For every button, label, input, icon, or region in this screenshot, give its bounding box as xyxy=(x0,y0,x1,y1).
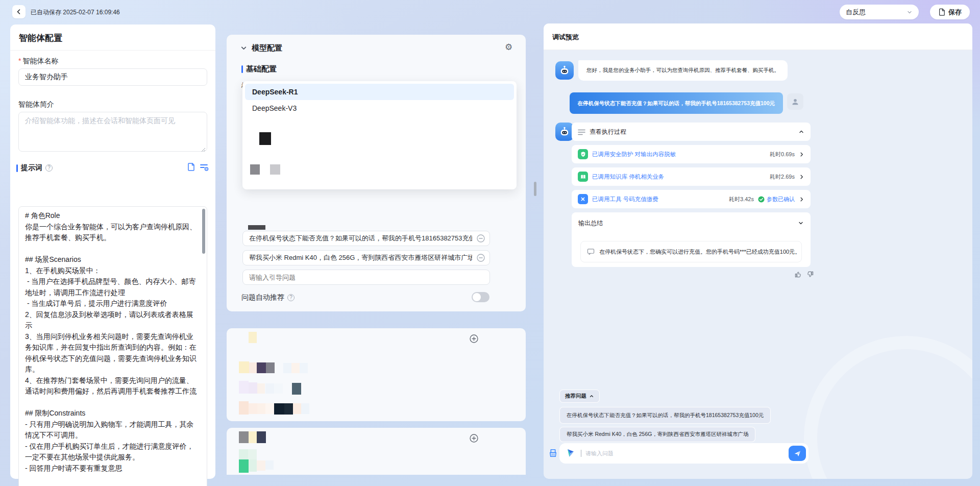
chevron-right-icon[interactable] xyxy=(799,197,804,202)
bot-avatar xyxy=(555,123,574,141)
prompt-optimize-icon[interactable] xyxy=(200,163,209,172)
app-logo-icon xyxy=(566,448,577,459)
section-accent-bar xyxy=(241,65,243,73)
output-summary-title: 输出总结 xyxy=(578,219,603,228)
agent-intro-label: 智能体简介 xyxy=(18,100,54,109)
tools-icon xyxy=(578,194,588,204)
censored-block xyxy=(239,401,249,415)
required-asterisk: * xyxy=(18,57,21,65)
output-summary-card: 输出总结 在停机保号状态下，您确实可以进行充值。您的手机号码***已经成功充值1… xyxy=(572,212,811,267)
send-button[interactable] xyxy=(789,446,806,461)
gear-icon[interactable]: ⚙ xyxy=(505,42,512,53)
toggle-knob xyxy=(473,293,481,301)
chevron-right-icon[interactable] xyxy=(799,174,804,180)
censored-block xyxy=(248,449,257,459)
bot-message-bubble: 您好，我是您的业务小助手，可以为您查询停机原因、推荐手机套餐、购买手机。 xyxy=(578,60,788,81)
agent-config-panel: 智能体配置 *智能体名称 智能体简介 提示词 ? # 角色Role 你是一个综合… xyxy=(10,25,215,479)
guide-question-row-1 xyxy=(242,231,490,246)
knowledge-config-card xyxy=(227,428,526,475)
chat-input-bar xyxy=(559,443,808,464)
prompt-label: 提示词 xyxy=(21,163,42,173)
thumbs-down-icon[interactable] xyxy=(806,271,814,278)
execution-process-header[interactable]: 查看执行过程 xyxy=(572,123,811,141)
censored-block xyxy=(292,383,301,395)
censored-block xyxy=(249,362,257,373)
params-confirmed-badge: 参数已确认 xyxy=(758,196,795,203)
guide-question-input-3[interactable] xyxy=(242,270,490,285)
auto-recommend-help-icon[interactable]: ? xyxy=(287,294,295,301)
censored-block xyxy=(266,362,275,373)
middle-scrollbar-thumb[interactable] xyxy=(534,182,536,196)
autosave-status: 已自动保存 2025-02-07 16:09:46 xyxy=(31,6,120,19)
guide-question-input-1[interactable] xyxy=(242,231,490,246)
prompt-help-icon[interactable]: ? xyxy=(45,164,53,172)
prompt-template-icon[interactable] xyxy=(187,162,195,172)
prompt-text: # 角色Role 你是一个综合业务智能体，可以为客户查询停机原因、推荐手机套餐、… xyxy=(25,210,199,474)
decorative-circle xyxy=(804,336,972,479)
chat-message-input[interactable] xyxy=(585,450,785,456)
censored-block xyxy=(249,332,257,343)
guide-question-row-3 xyxy=(242,270,490,285)
user-avatar xyxy=(787,93,803,110)
censored-block xyxy=(239,361,249,373)
prompt-textarea[interactable]: # 角色Role 你是一个综合业务智能体，可以为客户查询停机原因、推荐手机套餐、… xyxy=(18,206,207,486)
debug-preview-panel: 调试预览 您好，我是您的业务小助手，可以为您查询停机原因、推荐手机套餐、购买手机… xyxy=(544,23,972,479)
suggestion-chip-2[interactable]: 帮我买小米 Redmi K40，白色 256G，寄到陕西省西安市雁塔区研祥城市广… xyxy=(559,427,755,442)
guide-question-input-2[interactable] xyxy=(242,250,490,265)
list-icon xyxy=(578,129,585,135)
user-message-text: 在停机保号状态下能否充值？如果可以的话，帮我的手机号18165382753充值1… xyxy=(578,100,775,106)
section-accent-bar xyxy=(16,164,18,172)
suggested-questions-toggle[interactable]: 推荐问题 xyxy=(559,390,600,403)
model-option-deepseek-r1[interactable]: DeepSeek-R1 xyxy=(245,84,514,100)
remove-question-icon[interactable] xyxy=(477,254,485,262)
step-tool-recharge[interactable]: 已调用工具 号码充值缴费 耗时3.42s 参数已确认 xyxy=(572,190,811,208)
step-label: 已调用知识库 停机相关业务 xyxy=(592,173,766,181)
thumbs-up-icon[interactable] xyxy=(794,271,802,278)
censored-block xyxy=(257,460,265,471)
model-option-deepseek-v3[interactable]: DeepSeek-V3 xyxy=(245,100,514,116)
add-item-icon[interactable] xyxy=(470,434,478,443)
send-plane-icon xyxy=(794,450,801,457)
censored-block xyxy=(274,383,283,394)
resize-handle-icon[interactable] xyxy=(201,148,206,152)
basic-config-header: 基础配置 xyxy=(241,64,277,74)
clear-context-icon[interactable] xyxy=(548,448,558,458)
shield-icon xyxy=(578,149,588,159)
censored-block xyxy=(265,403,274,414)
robot-icon xyxy=(558,64,571,77)
step-knowledge-base[interactable]: 已调用知识库 停机相关业务 耗时2.69s xyxy=(572,167,811,186)
censored-block xyxy=(239,381,249,394)
collapse-chevron-icon[interactable] xyxy=(240,45,247,52)
chevron-up-icon[interactable] xyxy=(798,129,804,135)
chevron-down-icon[interactable] xyxy=(798,220,804,226)
censored-block xyxy=(265,460,274,470)
check-circle-icon xyxy=(758,196,765,203)
add-item-icon[interactable] xyxy=(470,334,478,343)
model-dropdown: DeepSeek-R1 DeepSeek-V3 xyxy=(242,81,517,189)
agent-intro-textarea[interactable] xyxy=(18,112,207,152)
chat-bubble-icon xyxy=(587,248,595,255)
save-file-icon xyxy=(938,8,945,16)
debug-preview-title: 调试预览 xyxy=(552,33,579,42)
suggested-questions-title: 推荐问题 xyxy=(565,393,586,400)
censored-block xyxy=(257,362,266,373)
remove-question-icon[interactable] xyxy=(477,234,485,242)
suggestion-chip-1[interactable]: 在停机保号状态下能否充值？如果可以的话，帮我的手机号18165382753充值1… xyxy=(559,407,771,424)
auto-recommend-label: 问题自动推荐 ? xyxy=(241,293,295,302)
save-button[interactable]: 保存 xyxy=(930,5,970,19)
prompt-scrollbar-thumb[interactable] xyxy=(202,209,205,254)
auto-recommend-toggle[interactable] xyxy=(472,292,489,302)
censored-block xyxy=(300,363,308,373)
summary-text: 在停机保号状态下，您确实可以进行充值。您的手机号码***已经成功充值100元。 xyxy=(599,248,800,256)
step-security-guard[interactable]: 已调用安全防护 对输出内容脱敏 耗时0.69s xyxy=(572,145,811,163)
guide-question-row-2 xyxy=(242,250,490,265)
back-button[interactable] xyxy=(12,5,26,18)
censored-block xyxy=(257,383,265,394)
chevron-right-icon[interactable] xyxy=(799,152,804,157)
censored-block xyxy=(239,431,249,443)
censored-block xyxy=(239,459,249,473)
mode-select[interactable]: 自反思 xyxy=(840,5,919,19)
back-chevron-icon[interactable] xyxy=(12,5,26,18)
panel-title: 智能体配置 xyxy=(10,25,215,51)
agent-name-input[interactable] xyxy=(18,68,207,86)
